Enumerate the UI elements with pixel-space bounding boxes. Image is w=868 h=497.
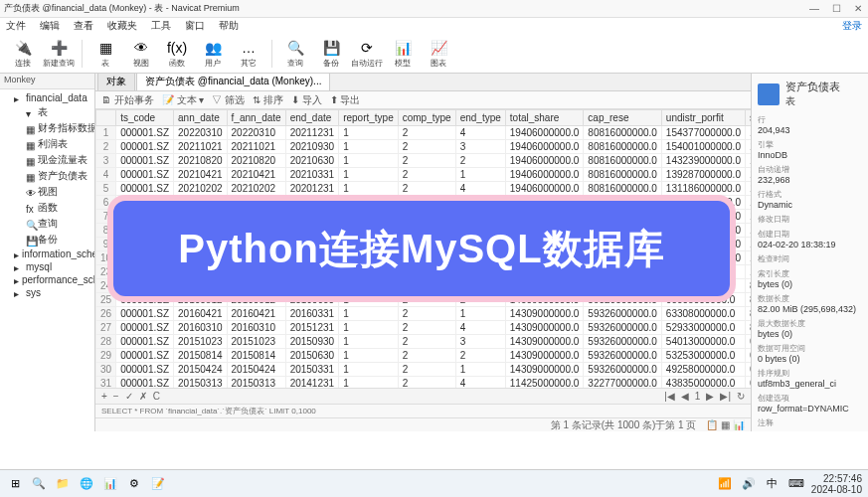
subtool-item[interactable]: ▽ 筛选: [212, 93, 245, 107]
taskbar-icon[interactable]: ⚙: [125, 475, 143, 493]
column-header[interactable]: surplus_rese: [745, 110, 751, 126]
menu-查看[interactable]: 查看: [74, 19, 93, 33]
pager[interactable]: ◀: [681, 391, 689, 402]
tree-item[interactable]: 🔍查询: [0, 216, 94, 232]
column-header[interactable]: ann_date: [174, 110, 228, 126]
column-header[interactable]: undistr_porfit: [661, 110, 745, 126]
pager[interactable]: ↻: [737, 391, 745, 402]
pager[interactable]: 1: [695, 391, 701, 402]
toolbar-查询[interactable]: 🔍查询: [278, 36, 312, 72]
clock[interactable]: 22:57:462024-08-10: [811, 473, 862, 495]
pager[interactable]: ▶|: [720, 391, 731, 402]
tree-item[interactable]: ▦资产负债表: [0, 168, 94, 184]
toolbar-新建查询[interactable]: ➕新建查询: [42, 36, 76, 72]
tree-item[interactable]: ▸financial_data: [0, 91, 94, 104]
close-button[interactable]: ✕: [852, 3, 864, 14]
subtool-item[interactable]: 📝 文本 ▾: [162, 93, 205, 107]
subtool-item[interactable]: ⬆ 导出: [330, 93, 361, 107]
column-header[interactable]: f_ann_date: [227, 110, 285, 126]
column-header[interactable]: total_share: [505, 110, 584, 126]
menu-文件[interactable]: 文件: [6, 19, 26, 33]
taskbar-icon[interactable]: 🌐: [78, 475, 95, 493]
gridnav-✓[interactable]: ✓: [125, 391, 133, 402]
toolbar-模型[interactable]: 📊模型: [386, 36, 420, 72]
tree-item[interactable]: 💾备份: [0, 232, 94, 248]
taskbar-icon[interactable]: 📝: [149, 475, 167, 493]
menu-编辑[interactable]: 编辑: [40, 19, 60, 33]
toolbar-图表[interactable]: 📈图表: [422, 36, 455, 72]
toolbar-函数[interactable]: f(x)函数: [160, 36, 194, 72]
column-header[interactable]: comp_type: [398, 110, 455, 126]
tree-item[interactable]: ▦财务指标数据: [0, 120, 94, 136]
subtool-item[interactable]: ⇅ 排序: [253, 93, 283, 107]
tree-item[interactable]: ▦利润表: [0, 136, 94, 152]
tree-item[interactable]: 👁视图: [0, 184, 94, 200]
table-row[interactable]: 4000001.SZ202104212021042120210331121194…: [96, 168, 752, 182]
table-row[interactable]: 27000001.SZ20160310201603102015123112414…: [96, 321, 752, 335]
subtool-item[interactable]: 🗎 开始事务: [101, 93, 154, 107]
column-header[interactable]: end_date: [285, 110, 339, 126]
menu-收藏夹[interactable]: 收藏夹: [107, 19, 137, 33]
gridnav-C[interactable]: C: [153, 391, 160, 402]
toolbar-表[interactable]: ▦表: [88, 36, 122, 72]
column-header[interactable]: ts_code: [116, 110, 174, 126]
图表-icon: 📈: [430, 39, 447, 57]
menu-工具[interactable]: 工具: [151, 19, 171, 33]
column-header[interactable]: report_type: [339, 110, 399, 126]
minimize-button[interactable]: —: [808, 3, 820, 14]
table-row[interactable]: 5000001.SZ202102022021020220201231124194…: [96, 182, 752, 196]
tree-item[interactable]: ▦现金流量表: [0, 152, 94, 168]
pager[interactable]: ▶: [706, 391, 714, 402]
gridnav-✗[interactable]: ✗: [139, 391, 147, 402]
taskbar-icon[interactable]: 🔍: [30, 475, 48, 493]
table-row[interactable]: 1000001.SZ202203102022031020211231124194…: [96, 126, 752, 140]
taskbar-icon[interactable]: ⊞: [6, 475, 24, 493]
toolbar-自动运行[interactable]: ⟳自动运行: [350, 36, 384, 72]
toolbar-视图[interactable]: 👁视图: [124, 36, 158, 72]
table-row[interactable]: 26000001.SZ20160421201604212016033112114…: [96, 307, 752, 321]
menu-帮助[interactable]: 帮助: [219, 19, 239, 33]
tab[interactable]: 资产负债表 @financial_data (Monkey)...: [136, 74, 330, 90]
prop-row: 修改日期: [758, 214, 862, 225]
prop-row: 数据长度82.00 MiB (295,698,432): [758, 293, 862, 314]
tray-icon[interactable]: ⌨: [787, 475, 805, 493]
menu-窗口[interactable]: 窗口: [185, 19, 205, 33]
tab[interactable]: 对象: [97, 74, 135, 90]
titlebar: 产负债表 @financial_data (Monkey) - 表 - Navi…: [0, 0, 868, 18]
tree-item[interactable]: ▸information_schema: [0, 248, 94, 260]
column-header[interactable]: end_type: [455, 110, 505, 126]
gridnav-+[interactable]: +: [101, 391, 107, 402]
table-row[interactable]: 28000001.SZ20151023201510232015093012314…: [96, 335, 752, 349]
tree-item[interactable]: ▸sys: [0, 286, 94, 299]
tree-item[interactable]: ▸mysql: [0, 260, 94, 273]
tree-item[interactable]: ▾表: [0, 104, 94, 120]
column-header[interactable]: [96, 110, 116, 126]
taskbar-icon[interactable]: 📁: [54, 475, 72, 493]
tray-icon[interactable]: 🔊: [740, 475, 758, 493]
table-row[interactable]: 29000001.SZ20150814201508142015063012214…: [96, 349, 752, 363]
tree-item[interactable]: ▸performance_schema: [0, 273, 94, 286]
tray-icon[interactable]: 📶: [716, 475, 734, 493]
toolbar-备份[interactable]: 💾备份: [314, 36, 348, 72]
sql-preview: SELECT * FROM `financial_data`.`资产负债表` L…: [95, 404, 751, 417]
toolbar-连接[interactable]: 🔌连接: [6, 36, 40, 72]
toolbar-其它[interactable]: …其它: [232, 36, 265, 72]
subtool-item[interactable]: ⬇ 导入: [291, 93, 322, 107]
table-row[interactable]: 31000001.SZ20150313201503132014123112411…: [96, 377, 752, 389]
table-row[interactable]: 3000001.SZ202108202021082020210630122194…: [96, 154, 752, 168]
column-header[interactable]: cap_rese: [584, 110, 662, 126]
table-row[interactable]: 2000001.SZ202110212021102120210930123194…: [96, 140, 752, 154]
view-mode-icons[interactable]: 📋 ▦ 📊: [706, 419, 745, 430]
maximize-button[interactable]: ☐: [830, 3, 842, 14]
连接-icon: 🔌: [14, 39, 32, 57]
tray-icon[interactable]: 中: [764, 475, 781, 493]
其它-icon: …: [240, 39, 258, 57]
table-row[interactable]: 30000001.SZ20150424201504242015033112114…: [96, 363, 752, 377]
login-link[interactable]: 登录: [842, 19, 862, 33]
tree-item[interactable]: fx函数: [0, 200, 94, 216]
pager[interactable]: |◀: [664, 391, 675, 402]
gridnav-−[interactable]: −: [113, 391, 119, 402]
toolbar-用户[interactable]: 👥用户: [196, 36, 230, 72]
taskbar-icon[interactable]: 📊: [101, 475, 119, 493]
函数-icon: f(x): [168, 39, 186, 57]
